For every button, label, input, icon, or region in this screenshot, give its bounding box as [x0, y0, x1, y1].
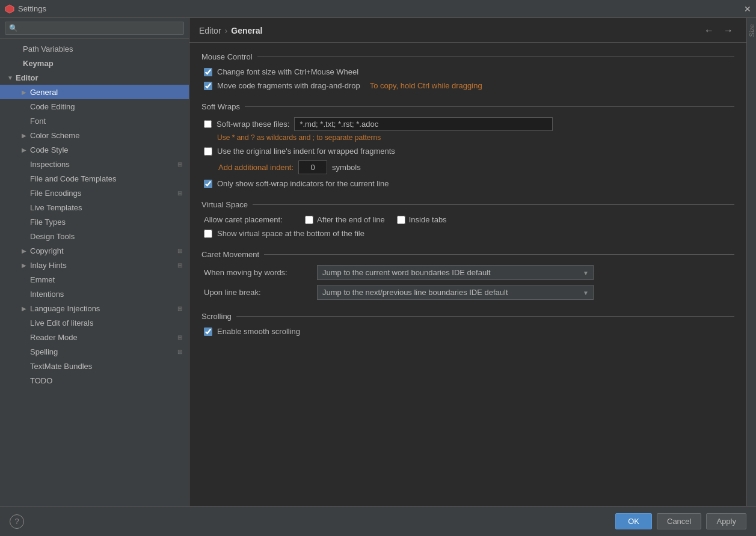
after-end-of-line-label: After the end of line: [317, 215, 385, 224]
softwrap-hint: Use * and ? as wildcards and ; to separa…: [201, 133, 734, 142]
sidebar-item-intentions[interactable]: Intentions: [0, 287, 189, 301]
chevron-icon: ▶: [22, 132, 30, 139]
breadcrumb-current: General: [231, 26, 262, 35]
badge-icon: ⊞: [176, 333, 184, 341]
soft-wrap-files-checkbox[interactable]: [204, 120, 212, 128]
sidebar-item-label: Inspections: [30, 160, 70, 169]
caret-placement-label: Allow caret placement:: [204, 215, 300, 224]
sidebar-item-file-encodings[interactable]: File Encodings⊞: [0, 186, 189, 200]
enable-smooth-scrolling-label: Enable smooth scrolling: [217, 327, 300, 336]
scrolling-title: Scrolling: [201, 312, 734, 321]
sidebar-item-code-editing[interactable]: Code Editing: [0, 99, 189, 114]
sidebar-item-language-injections[interactable]: ▶Language Injections⊞: [0, 301, 189, 315]
indent-label: Add additional indent:: [218, 163, 293, 172]
original-indent-label: Use the original line's indent for wrapp…: [217, 147, 395, 156]
sidebar-item-label: TextMate Bundles: [30, 362, 92, 371]
chevron-icon: ▶: [22, 305, 30, 312]
sidebar-item-textmate-bundles[interactable]: TextMate Bundles: [0, 359, 189, 373]
move-code-drag-drop-checkbox[interactable]: [204, 82, 212, 90]
upon-line-break-select[interactable]: Jump to the next/previous line boundarie…: [317, 285, 594, 300]
footer-buttons: OK Cancel Apply: [615, 513, 746, 529]
title-bar: Settings ✕: [0, 0, 756, 18]
sidebar-item-todo[interactable]: TODO: [0, 373, 189, 388]
sidebar-item-label: Font: [30, 117, 46, 126]
sidebar-item-label: Path Variables: [23, 44, 73, 53]
sidebar-item-label: Language Injections: [30, 304, 100, 313]
sidebar-search-container: [0, 18, 189, 39]
sidebar-item-label: Code Style: [30, 145, 69, 154]
show-virtual-space-checkbox[interactable]: [204, 230, 212, 238]
indent-suffix: symbols: [332, 163, 361, 172]
badge-icon: ⊞: [176, 189, 184, 197]
show-virtual-space-row: Show virtual space at the bottom of the …: [201, 229, 734, 238]
smooth-scrolling-row: Enable smooth scrolling: [201, 327, 734, 336]
ok-button[interactable]: OK: [615, 513, 652, 529]
upon-line-break-wrapper: Jump to the next/previous line boundarie…: [317, 285, 594, 300]
sidebar-item-label: Live Edit of literals: [30, 318, 94, 327]
apply-button[interactable]: Apply: [706, 513, 746, 529]
sidebar-item-live-edit-literals[interactable]: Live Edit of literals: [0, 315, 189, 330]
sidebar-item-spelling[interactable]: Spelling⊞: [0, 344, 189, 359]
moving-by-words-select[interactable]: Jump to the current word boundaries IDE …: [317, 265, 594, 280]
checkbox-row-change-font: Change font size with Ctrl+Mouse Wheel: [201, 67, 734, 76]
sidebar-item-code-style[interactable]: ▶Code Style: [0, 142, 189, 157]
moving-by-words-wrapper: Jump to the current word boundaries IDE …: [317, 265, 594, 280]
sidebar-item-inspections[interactable]: Inspections⊞: [0, 157, 189, 171]
content-area: Editor › General ← → Mouse Control Chang…: [189, 18, 746, 506]
sidebar-item-reader-mode[interactable]: Reader Mode⊞: [0, 330, 189, 344]
sidebar-item-label: File Encodings: [30, 189, 81, 198]
inside-tabs-option: Inside tabs: [397, 215, 447, 224]
sidebar: Path VariablesKeymap▼Editor▶GeneralCode …: [0, 18, 189, 506]
checkbox-row-drag-drop: Move code fragments with drag-and-drop T…: [201, 81, 734, 90]
soft-wraps-title: Soft Wraps: [201, 102, 734, 111]
sidebar-item-live-templates[interactable]: Live Templates: [0, 200, 189, 215]
indent-value-input[interactable]: [298, 160, 327, 174]
sidebar-item-file-types[interactable]: File Types: [0, 215, 189, 229]
moving-by-words-label: When moving by words:: [204, 268, 312, 277]
close-button[interactable]: ✕: [744, 4, 751, 14]
sidebar-item-label: Editor: [16, 73, 38, 82]
badge-icon: ⊞: [176, 304, 184, 312]
breadcrumb-separator: ›: [225, 26, 228, 35]
original-indent-row: Use the original line's indent for wrapp…: [201, 147, 734, 156]
sidebar-item-path-variables[interactable]: Path Variables: [0, 41, 189, 56]
show-virtual-space-label: Show virtual space at the bottom of the …: [217, 229, 364, 238]
virtual-space-section: Virtual Space Allow caret placement: Aft…: [201, 200, 734, 238]
sidebar-item-label: Emmet: [30, 275, 55, 284]
change-font-size-label: Change font size with Ctrl+Mouse Wheel: [217, 67, 358, 76]
sidebar-item-color-scheme[interactable]: ▶Color Scheme: [0, 128, 189, 142]
sidebar-item-label: Color Scheme: [30, 131, 79, 140]
sidebar-item-label: File and Code Templates: [30, 174, 117, 183]
inside-tabs-checkbox[interactable]: [397, 216, 405, 224]
search-input[interactable]: [5, 22, 184, 35]
content-scroll: Mouse Control Change font size with Ctrl…: [189, 43, 746, 506]
after-end-of-line-checkbox[interactable]: [305, 216, 313, 224]
upon-line-break-label: Upon line break:: [204, 288, 312, 297]
soft-wrap-files-input[interactable]: [294, 117, 553, 131]
sidebar-item-design-tools[interactable]: Design Tools: [0, 229, 189, 243]
sidebar-item-file-code-templates[interactable]: File and Code Templates: [0, 171, 189, 186]
original-indent-checkbox[interactable]: [204, 147, 212, 156]
help-button[interactable]: ?: [10, 514, 24, 529]
sidebar-item-font[interactable]: Font: [0, 114, 189, 128]
breadcrumb-parent: Editor: [199, 26, 221, 35]
sidebar-item-keymap[interactable]: Keymap: [0, 56, 189, 70]
sidebar-item-general[interactable]: ▶General: [0, 85, 189, 99]
sidebar-item-editor[interactable]: ▼Editor: [0, 70, 189, 85]
sidebar-item-label: TODO: [30, 376, 52, 385]
sidebar-item-emmet[interactable]: Emmet: [0, 272, 189, 287]
sidebar-item-copyright[interactable]: ▶Copyright⊞: [0, 243, 189, 258]
change-font-size-checkbox[interactable]: [204, 68, 212, 76]
drag-drop-hint: To copy, hold Ctrl while dragging: [370, 81, 482, 90]
right-strip-label: Size: [748, 20, 755, 40]
only-current-line-row: Only show soft-wrap indicators for the c…: [201, 179, 734, 188]
only-current-line-checkbox[interactable]: [204, 180, 212, 188]
sidebar-item-inlay-hints[interactable]: ▶Inlay Hints⊞: [0, 258, 189, 272]
sidebar-item-label: Live Templates: [30, 203, 82, 212]
window-title: Settings: [18, 4, 46, 13]
caret-movement-title: Caret Movement: [201, 250, 734, 259]
forward-button[interactable]: →: [720, 24, 737, 37]
back-button[interactable]: ←: [701, 24, 718, 37]
enable-smooth-scrolling-checkbox[interactable]: [204, 327, 212, 336]
cancel-button[interactable]: Cancel: [657, 513, 701, 529]
